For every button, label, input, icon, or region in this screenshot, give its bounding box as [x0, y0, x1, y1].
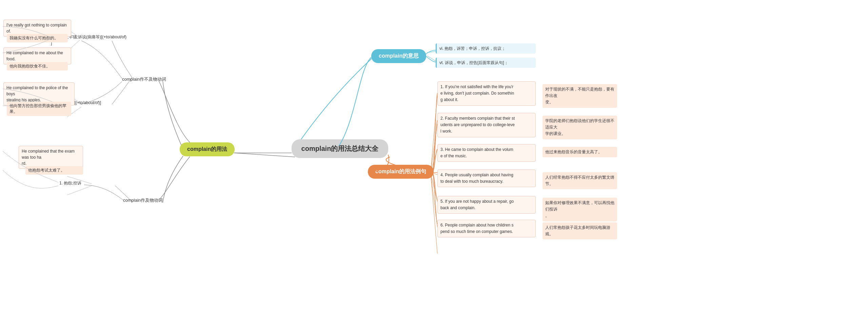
example-right-en-2: 2. Faculty members complain that their s…: [437, 113, 536, 137]
example-right-cn-6: 人们常抱怨孩子花太多时间玩电脑游戏。: [542, 222, 617, 239]
example-cn-1b: 他向我抱怨饮食不佳。: [7, 62, 68, 71]
svg-line-14: [431, 173, 437, 202]
example-right-cn-1: 对于现状的不满，不能只是抱怨，要有作出改变。: [542, 84, 617, 108]
meaning-node: complain的意思: [371, 49, 426, 63]
svg-line-15: [431, 173, 437, 227]
center-node: complain的用法总结大全: [292, 139, 388, 158]
example-cn-2a: 他向警方控告那些男孩偷他的苹果。: [7, 102, 71, 116]
svg-line-16: [431, 173, 437, 254]
example-right-en-3: 3. He came to complain about the volume …: [437, 144, 536, 162]
example-right-cn-5: 如果你对修理效果不满意，可以再找他们投诉。: [542, 198, 617, 221]
example-right-en-1: 1. If you're not satisfied with the life…: [437, 81, 536, 106]
svg-line-0: [234, 153, 295, 157]
example-right-en-4: 4. People usually complain about havingt…: [437, 170, 536, 187]
usage-node: complain的用法: [180, 142, 235, 156]
transitive-label: complain作及物动词: [123, 197, 163, 203]
example-cn-1a: 我确实没有什么可抱怨的。: [7, 34, 68, 42]
example-right-cn-2: 学院的老师们抱怨说他们的学生还很不适应大学的课业。: [542, 116, 617, 139]
meaning-vi: vi. 抱怨，诉苦；申诉，控诉，抗议；: [436, 43, 536, 54]
example-right-cn-3: 他过来抱怨音乐的音量太高了。: [542, 147, 617, 157]
example-right-en-5: 5. If you are not happy about a repair, …: [437, 196, 536, 214]
example-right-cn-4: 人们经常抱怨不得不应付太多的繁文缛节。: [542, 172, 617, 189]
example-node: complain的用法例句: [368, 165, 434, 179]
meaning-vt: vt. 诉说，申诉，控告[后面常跟从句]；: [436, 58, 536, 68]
example-en-3a: He complained that the exam was too hard…: [19, 146, 83, 169]
example-right-en-6: 6. People complain about how children sp…: [437, 220, 536, 237]
sub3-label: 1. 抱怨;控诉: [59, 180, 81, 186]
svg-line-7: [67, 186, 92, 195]
intransitive-label: complain作不及物动词: [122, 76, 166, 82]
example-cn-3a: 他抱怨考试太难了。: [25, 166, 83, 175]
svg-line-11: [431, 124, 437, 173]
